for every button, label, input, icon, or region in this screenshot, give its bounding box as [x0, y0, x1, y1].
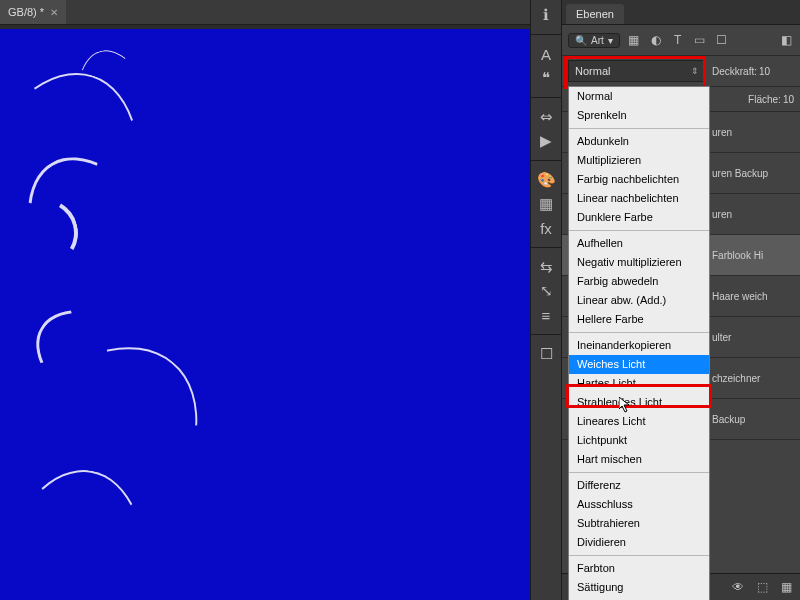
paragraph-icon[interactable]: ❝: [535, 67, 557, 89]
blend-option[interactable]: Normal: [569, 87, 709, 106]
document-title: GB/8) *: [8, 6, 44, 18]
separator: [569, 230, 709, 231]
adjustments-icon[interactable]: ⇔: [535, 106, 557, 128]
separator: [531, 34, 561, 35]
filter-pixel-icon[interactable]: ▦: [626, 32, 642, 48]
separator: [569, 472, 709, 473]
search-icon: 🔍: [575, 35, 587, 46]
separator: [569, 332, 709, 333]
blend-mode-row: Normal ⇕ Deckkraft: 10 Normal Sprenkeln …: [562, 56, 800, 87]
layer-name: uren: [712, 209, 732, 220]
layers-filter-row: 🔍 Art ▾ ▦ ◐ T ▭ ☐ ◧: [562, 25, 800, 56]
blend-option[interactable]: Aufhellen: [569, 234, 709, 253]
layer-name: ulter: [712, 332, 731, 343]
blend-option[interactable]: Farbton: [569, 559, 709, 578]
blend-option[interactable]: Lineares Licht: [569, 412, 709, 431]
blend-option[interactable]: Lichtpunkt: [569, 431, 709, 450]
blend-option[interactable]: Dunklere Farbe: [569, 208, 709, 227]
document-tab[interactable]: GB/8) * ✕: [0, 0, 66, 24]
opacity-label: Deckkraft:: [712, 66, 757, 77]
blend-option[interactable]: Linear abw. (Add.): [569, 291, 709, 310]
document-area: GB/8) * ✕: [0, 0, 530, 600]
separator: [569, 555, 709, 556]
list-icon[interactable]: ≡: [535, 304, 557, 326]
filter-type-icon[interactable]: T: [670, 32, 686, 48]
tab-layers[interactable]: Ebenen: [566, 4, 624, 24]
panel-tab-bar: Ebenen: [562, 0, 800, 25]
blend-option-highlighted[interactable]: Weiches Licht: [569, 355, 709, 374]
right-panels: ℹ A ❝ ⇔ ▶ 🎨 ▦ fx ⇆ ⤡ ≡ ☐ Ebenen 🔍: [530, 0, 800, 600]
blend-option[interactable]: Multiplizieren: [569, 151, 709, 170]
play-icon[interactable]: ▶: [535, 130, 557, 152]
filter-smart-icon[interactable]: ☐: [714, 32, 730, 48]
blend-option[interactable]: Ausschluss: [569, 495, 709, 514]
align-icon[interactable]: ⤡: [535, 280, 557, 302]
layer-name: chzeichner: [712, 373, 760, 384]
layer-name: uren Backup: [712, 168, 768, 179]
filter-shape-icon[interactable]: ▭: [692, 32, 708, 48]
transform-icon[interactable]: ⇆: [535, 256, 557, 278]
blend-option[interactable]: Linear nachbelichten: [569, 189, 709, 208]
close-icon[interactable]: ✕: [50, 7, 58, 18]
layer-name: Backup: [712, 414, 745, 425]
filter-label: Art: [591, 35, 604, 46]
layer-name: uren: [712, 127, 732, 138]
blend-mode-value: Normal: [575, 65, 610, 77]
blend-option[interactable]: Negativ multiplizieren: [569, 253, 709, 272]
document-tab-bar: GB/8) * ✕: [0, 0, 530, 25]
blend-option[interactable]: Farbig nachbelichten: [569, 170, 709, 189]
fill-field[interactable]: Fläche: 10: [748, 94, 794, 105]
blend-option[interactable]: Ineinanderkopieren: [569, 336, 709, 355]
app-root: GB/8) * ✕ ℹ A ❝ ⇔ ▶ 🎨 ▦ fx: [0, 0, 800, 600]
mask-icon[interactable]: ⬚: [754, 579, 770, 595]
blend-option[interactable]: Sättigung: [569, 578, 709, 597]
blend-mode-select[interactable]: Normal ⇕: [568, 60, 706, 82]
folder-icon[interactable]: ▦: [778, 579, 794, 595]
blend-option[interactable]: Strahlendes Licht: [569, 393, 709, 412]
character-icon[interactable]: A: [535, 43, 557, 65]
filter-toggle-icon[interactable]: ◧: [778, 32, 794, 48]
blend-option[interactable]: Hartes Licht: [569, 374, 709, 393]
color-icon[interactable]: 🎨: [535, 169, 557, 191]
fill-value: 10: [783, 94, 794, 105]
blend-option[interactable]: Abdunkeln: [569, 132, 709, 151]
separator: [531, 247, 561, 248]
blend-option[interactable]: Differenz: [569, 476, 709, 495]
link-icon[interactable]: 👁: [730, 579, 746, 595]
canvas[interactable]: [0, 29, 530, 600]
layers-panel: Ebenen 🔍 Art ▾ ▦ ◐ T ▭ ☐ ◧ Normal: [562, 0, 800, 600]
filter-adjust-icon[interactable]: ◐: [648, 32, 664, 48]
blend-option[interactable]: Sprenkeln: [569, 106, 709, 125]
separator: [569, 128, 709, 129]
layer-name: Farblook Hi: [712, 250, 763, 261]
blend-option[interactable]: Dividieren: [569, 533, 709, 552]
layer-name: Haare weich: [712, 291, 768, 302]
opacity-field[interactable]: Deckkraft: 10: [712, 66, 770, 77]
blend-option[interactable]: Subtrahieren: [569, 514, 709, 533]
opacity-value: 10: [759, 66, 770, 77]
blend-option[interactable]: Hellere Farbe: [569, 310, 709, 329]
separator: [531, 160, 561, 161]
separator: [531, 334, 561, 335]
swatches-icon[interactable]: ▦: [535, 193, 557, 215]
info-icon[interactable]: ℹ: [535, 4, 557, 26]
blend-option[interactable]: Hart mischen: [569, 450, 709, 469]
collapsed-panel-strip: ℹ A ❝ ⇔ ▶ 🎨 ▦ fx ⇆ ⤡ ≡ ☐: [530, 0, 562, 600]
separator: [531, 97, 561, 98]
chevron-down-icon: ▾: [608, 35, 613, 46]
masks-icon[interactable]: ☐: [535, 343, 557, 365]
fill-label: Fläche:: [748, 94, 781, 105]
chevron-updown-icon: ⇕: [691, 66, 699, 76]
layer-filter-select[interactable]: 🔍 Art ▾: [568, 33, 620, 48]
blend-mode-dropdown: Normal Sprenkeln Abdunkeln Multipliziere…: [568, 86, 710, 600]
blend-option[interactable]: Farbig abwedeln: [569, 272, 709, 291]
styles-icon[interactable]: fx: [535, 217, 557, 239]
